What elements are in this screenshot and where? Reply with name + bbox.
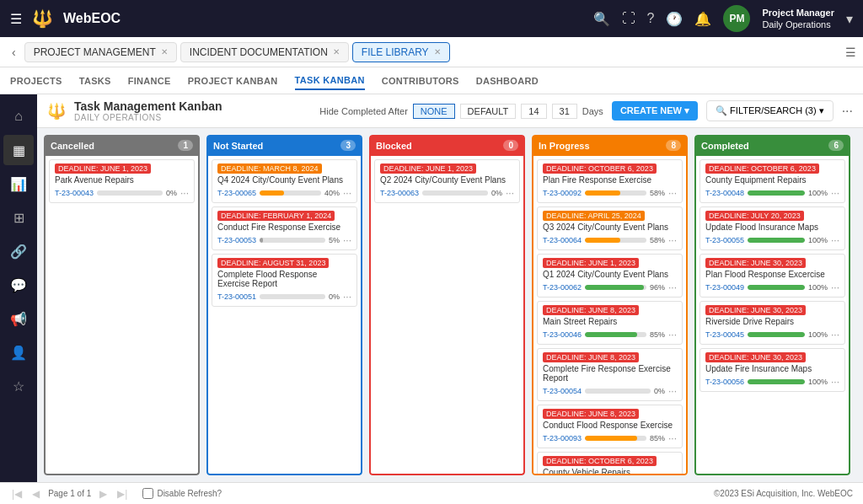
disable-refresh-checkbox[interactable] <box>142 488 153 499</box>
card-menu-icon[interactable]: ··· <box>668 432 677 444</box>
card-menu-icon[interactable]: ··· <box>668 234 677 246</box>
kanban-card[interactable]: DEADLINE: MARCH 8, 2024 Q4 2024 City/Cou… <box>212 159 357 203</box>
notification-icon[interactable]: 🔔 <box>694 11 711 27</box>
dropdown-arrow[interactable]: ▾ <box>846 11 853 27</box>
card-menu-icon[interactable]: ··· <box>343 187 351 199</box>
day-btn-14[interactable]: 14 <box>521 104 546 119</box>
subnav-projects[interactable]: PROJECTS <box>10 72 62 89</box>
card-title: Q3 2024 City/County Event Plans <box>543 223 677 232</box>
last-page-btn[interactable]: ▶| <box>115 488 129 500</box>
card-percentage: 0% <box>329 292 340 301</box>
more-options-button[interactable]: ··· <box>842 104 853 119</box>
tab-close-icon[interactable]: ✕ <box>434 47 441 56</box>
card-id: T-23-00056 <box>705 378 744 386</box>
card-title: Conduct Flood Response Exercise <box>543 421 677 430</box>
sidebar-person[interactable]: 👤 <box>3 337 34 367</box>
sidebar-home[interactable]: ⌂ <box>3 101 34 131</box>
card-footer: T-23-00054 0% ··· <box>543 385 677 397</box>
tab-project-management[interactable]: PROJECT MANAGEMENT ✕ <box>24 42 177 62</box>
first-page-btn[interactable]: |◀ <box>10 488 24 500</box>
kanban-card[interactable]: DEADLINE: AUGUST 31, 2023 Complete Flood… <box>212 254 357 307</box>
tab-close-icon[interactable]: ✕ <box>333 47 340 56</box>
card-footer: T-23-00093 85% ··· <box>543 432 677 444</box>
kanban-card[interactable]: DEADLINE: FEBRUARY 1, 2024 Conduct Fire … <box>212 206 357 250</box>
sidebar-message[interactable]: 💬 <box>3 270 34 300</box>
prev-page-btn[interactable]: ◀ <box>30 488 41 500</box>
kanban-card[interactable]: DEADLINE: JUNE 8, 2023 Conduct Flood Res… <box>537 405 683 448</box>
kanban-card[interactable]: DEADLINE: JUNE 30, 2023 Update Fire Insu… <box>700 348 845 392</box>
tab-prev-btn[interactable]: ‹ <box>7 44 21 61</box>
subnav-finance[interactable]: FINANCE <box>128 72 171 89</box>
subnav-task-kanban[interactable]: TASK KANBAN <box>295 72 365 90</box>
history-icon[interactable]: 🕐 <box>666 11 683 27</box>
card-title: Plan Fire Response Exercise <box>543 175 677 185</box>
day-btn-none[interactable]: NONE <box>413 104 455 119</box>
next-page-btn[interactable]: ▶ <box>98 488 109 500</box>
kanban-card[interactable]: DEADLINE: OCTOBER 6, 2023 County Vehicle… <box>537 452 683 475</box>
card-title: Park Avenue Repairs <box>55 175 189 185</box>
col-header-not-started: Not Started3 <box>206 135 362 156</box>
sidebar-announce[interactable]: 📢 <box>3 303 34 334</box>
subnav-dashboard[interactable]: DASHBOARD <box>476 72 539 89</box>
card-menu-icon[interactable]: ··· <box>180 187 189 199</box>
sidebar-chart[interactable]: 📊 <box>3 169 34 199</box>
filter-search-button[interactable]: 🔍 FILTER/SEARCH (3) ▾ <box>706 100 834 121</box>
subnav-project-kanban[interactable]: PROJECT KANBAN <box>188 72 278 89</box>
card-id: T-23-00092 <box>543 189 582 197</box>
subnav-tasks[interactable]: TASKS <box>79 72 111 89</box>
sidebar-grid[interactable]: ▦ <box>3 135 34 165</box>
kanban-card[interactable]: DEADLINE: JUNE 1, 2023 Park Avenue Repai… <box>49 159 195 203</box>
kanban-card[interactable]: DEADLINE: JUNE 30, 2023 Plan Flood Respo… <box>700 254 845 298</box>
card-menu-icon[interactable]: ··· <box>668 385 677 397</box>
kanban-card[interactable]: DEADLINE: JUNE 8, 2023 Main Street Repai… <box>537 301 683 345</box>
col-header-in-progress: In Progress8 <box>532 135 688 156</box>
card-menu-icon[interactable]: ··· <box>668 187 677 199</box>
card-menu-icon[interactable]: ··· <box>831 329 839 340</box>
kanban-card[interactable]: DEADLINE: JUNE 1, 2023 Q1 2024 City/Coun… <box>537 254 683 298</box>
progress-bar <box>585 436 637 441</box>
help-icon[interactable]: ? <box>647 11 655 26</box>
tab-settings-icon[interactable]: ☰ <box>845 46 856 59</box>
kanban-card[interactable]: DEADLINE: JULY 20, 2023 Update Flood Ins… <box>700 206 845 250</box>
card-title: Update Flood Insurance Maps <box>705 223 839 232</box>
kanban-card[interactable]: DEADLINE: APRIL 25, 2024 Q3 2024 City/Co… <box>537 206 683 250</box>
tab-close-icon[interactable]: ✕ <box>161 47 168 56</box>
card-menu-icon[interactable]: ··· <box>831 376 839 388</box>
card-title: Q2 2024 City/County Event Plans <box>380 175 514 185</box>
subnav-contributors[interactable]: CONTRIBUTORS <box>382 72 459 89</box>
card-menu-icon[interactable]: ··· <box>831 234 839 246</box>
tab-incident-documentation[interactable]: INCIDENT DOCUMENTATION ✕ <box>180 42 349 62</box>
kanban-header: 🔱 Task Management Kanban DAILY OPERATION… <box>37 94 863 128</box>
hide-completed-controls: Hide Completed After NONE DEFAULT 14 31 … <box>319 104 603 119</box>
search-icon[interactable]: 🔍 <box>593 11 610 27</box>
day-btn-31[interactable]: 31 <box>552 104 577 119</box>
kanban-card[interactable]: DEADLINE: JUNE 8, 2023 Complete Fire Res… <box>537 348 683 401</box>
hamburger-menu[interactable]: ☰ <box>10 11 22 27</box>
card-menu-icon[interactable]: ··· <box>506 187 514 199</box>
card-menu-icon[interactable]: ··· <box>343 234 351 246</box>
card-menu-icon[interactable]: ··· <box>343 291 351 303</box>
kanban-card[interactable]: DEADLINE: OCTOBER 6, 2023 County Equipme… <box>700 159 845 203</box>
sidebar-apps[interactable]: ⊞ <box>3 202 34 233</box>
create-new-button[interactable]: CREATE NEW ▾ <box>612 101 698 121</box>
sidebar-link[interactable]: 🔗 <box>3 236 34 266</box>
kanban-column-not-started: Not Started3 DEADLINE: MARCH 8, 2024 Q4 … <box>206 135 362 475</box>
kanban-card[interactable]: DEADLINE: OCTOBER 6, 2023 Plan Fire Resp… <box>537 159 683 203</box>
avatar[interactable]: PM <box>723 5 750 32</box>
card-menu-icon[interactable]: ··· <box>668 329 677 340</box>
card-due-date: DEADLINE: JUNE 8, 2023 <box>543 305 639 315</box>
tab-file-library[interactable]: FILE LIBRARY ✕ <box>352 42 450 62</box>
sub-navigation: PROJECTS TASKS FINANCE PROJECT KANBAN TA… <box>0 67 863 94</box>
card-due-date: DEADLINE: APRIL 25, 2024 <box>543 211 645 221</box>
card-id: T-23-00055 <box>705 236 744 244</box>
card-menu-icon[interactable]: ··· <box>831 281 839 293</box>
card-percentage: 100% <box>808 330 828 339</box>
card-menu-icon[interactable]: ··· <box>668 281 677 293</box>
card-menu-icon[interactable]: ··· <box>831 187 839 199</box>
sidebar-star[interactable]: ☆ <box>3 371 34 401</box>
user-role: Daily Operations <box>762 19 834 30</box>
day-btn-default[interactable]: DEFAULT <box>460 104 517 119</box>
kanban-card[interactable]: DEADLINE: JUNE 1, 2023 Q2 2024 City/Coun… <box>374 159 520 203</box>
expand-icon[interactable]: ⛶ <box>622 11 635 26</box>
kanban-card[interactable]: DEADLINE: JUNE 30, 2023 Riverside Drive … <box>700 301 845 345</box>
